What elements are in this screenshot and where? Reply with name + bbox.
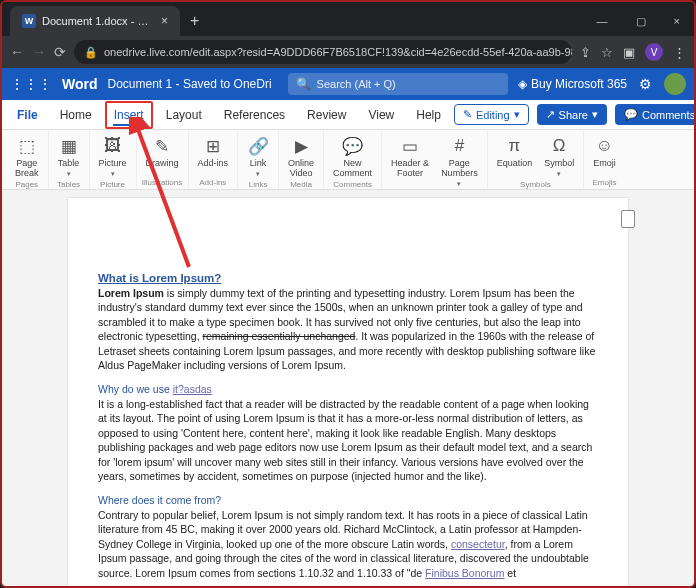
document-canvas[interactable]: What is Lorem Ipsum? Lorem Ipsum is simp… — [2, 190, 694, 586]
pagenum-icon: # — [455, 136, 464, 156]
picture-button[interactable]: 🖼Picture▾ — [94, 134, 132, 180]
link-icon: 🔗 — [248, 136, 269, 156]
share-arrow-icon: ↗ — [546, 108, 555, 121]
group-label: Tables — [57, 180, 80, 189]
comments-button[interactable]: 💬Comments — [615, 104, 696, 125]
group-label: Picture — [100, 180, 125, 189]
search-icon: 🔍 — [296, 77, 311, 91]
browser-tabs: W Document 1.docx - Microsoft W… × + — ▢… — [2, 2, 694, 36]
lock-icon: 🔒 — [84, 46, 98, 59]
extension-icon[interactable]: ▣ — [623, 45, 635, 60]
tab-view[interactable]: View — [359, 101, 403, 129]
tab-home[interactable]: Home — [51, 101, 101, 129]
maximize-button[interactable]: ▢ — [622, 7, 660, 36]
drawing-button[interactable]: ✎Drawing — [141, 134, 184, 170]
heading-2[interactable]: Why do we use it?asdas — [98, 383, 598, 395]
emoji-button[interactable]: ☺Emoji — [588, 134, 621, 170]
link-button[interactable]: 🔗Link▾ — [242, 134, 274, 180]
paragraph-1[interactable]: Lorem Ipsum is simply dummy text of the … — [98, 286, 598, 373]
drawing-icon: ✎ — [155, 136, 169, 156]
search-input[interactable] — [317, 78, 500, 90]
chevron-down-icon: ▾ — [592, 108, 598, 121]
new-comment-icon: 💬 — [342, 136, 363, 156]
share-icon[interactable]: ⇪ — [580, 45, 591, 60]
new-tab-button[interactable]: + — [180, 6, 209, 36]
tab-layout[interactable]: Layout — [157, 101, 211, 129]
symbol-button[interactable]: ΩSymbol▾ — [539, 134, 579, 180]
minimize-button[interactable]: — — [583, 7, 622, 36]
window-controls: — ▢ × — [583, 7, 694, 36]
headerfooter-icon: ▭ — [402, 136, 418, 156]
page-notch — [621, 210, 635, 228]
word-title-bar: ⋮⋮⋮ Word Document 1 - Saved to OneDri 🔍 … — [2, 68, 694, 100]
diamond-icon: ◈ — [518, 77, 527, 91]
header-footer-button[interactable]: ▭Header & Footer — [386, 134, 434, 190]
chevron-down-icon: ▾ — [514, 108, 520, 121]
paragraph-3[interactable]: Contrary to popular belief, Lorem Ipsum … — [98, 508, 598, 580]
forward-button[interactable]: → — [32, 44, 46, 60]
paragraph-2[interactable]: It is a long-established fact that a rea… — [98, 397, 598, 484]
addins-icon: ⊞ — [206, 136, 220, 156]
emoji-icon: ☺ — [596, 136, 613, 156]
back-button[interactable]: ← — [10, 44, 24, 60]
group-label: Add-ins — [199, 178, 226, 187]
heading-1[interactable]: What is Lorem Ipsum? — [98, 272, 598, 284]
profile-avatar[interactable]: V — [645, 43, 663, 61]
buy-microsoft-365[interactable]: ◈Buy Microsoft 365 — [518, 77, 627, 91]
tab-close-icon[interactable]: × — [161, 14, 168, 28]
addins-button[interactable]: ⊞Add-ins — [193, 134, 234, 170]
share-button[interactable]: ↗Share▾ — [537, 104, 607, 125]
app-launcher-icon[interactable]: ⋮⋮⋮ — [10, 76, 52, 92]
equation-button[interactable]: πEquation — [492, 134, 538, 180]
browser-toolbar: ← → ⟳ 🔒 onedrive.live.com/edit.aspx?resi… — [2, 36, 694, 68]
pagebreak-icon: ⬚ — [19, 136, 35, 156]
table-icon: ▦ — [61, 136, 77, 156]
group-label: Emojis — [592, 178, 616, 187]
ribbon-tabs: File Home Insert Layout References Revie… — [2, 100, 694, 130]
document-title[interactable]: Document 1 - Saved to OneDri — [108, 77, 272, 91]
tab-insert[interactable]: Insert — [105, 101, 153, 129]
settings-icon[interactable]: ⚙ — [639, 76, 652, 92]
close-button[interactable]: × — [660, 7, 694, 36]
video-icon: ▶ — [295, 136, 308, 156]
url-text: onedrive.live.com/edit.aspx?resid=A9DDD6… — [104, 46, 572, 58]
address-bar[interactable]: 🔒 onedrive.live.com/edit.aspx?resid=A9DD… — [74, 40, 572, 64]
page-break-button[interactable]: ⬚Page Break — [10, 134, 44, 180]
browser-tab[interactable]: W Document 1.docx - Microsoft W… × — [10, 6, 180, 36]
heading-3[interactable]: Where does it come from? — [98, 494, 598, 506]
tab-file[interactable]: File — [8, 101, 47, 129]
group-label: Symbols — [520, 180, 551, 189]
word-brand: Word — [62, 76, 98, 92]
picture-icon: 🖼 — [104, 136, 121, 156]
tab-help[interactable]: Help — [407, 101, 450, 129]
pencil-icon: ✎ — [463, 108, 472, 121]
search-box[interactable]: 🔍 — [288, 73, 508, 95]
group-label: Illustrations — [142, 178, 182, 187]
comment-icon: 💬 — [624, 108, 638, 121]
user-avatar[interactable] — [664, 73, 686, 95]
online-video-button[interactable]: ▶Online Video — [283, 134, 319, 180]
new-comment-button[interactable]: 💬New Comment — [328, 134, 377, 180]
menu-icon[interactable]: ⋮ — [673, 45, 686, 60]
ribbon: ⬚Page Break Pages ▦Table▾ Tables 🖼Pictur… — [2, 130, 694, 190]
star-icon[interactable]: ☆ — [601, 45, 613, 60]
tab-references[interactable]: References — [215, 101, 294, 129]
editing-mode-button[interactable]: ✎Editing▾ — [454, 104, 529, 125]
tab-title: Document 1.docx - Microsoft W… — [42, 15, 155, 27]
group-label: Media — [290, 180, 312, 189]
table-button[interactable]: ▦Table▾ — [53, 134, 85, 180]
tab-review[interactable]: Review — [298, 101, 355, 129]
group-label: Links — [249, 180, 268, 189]
reload-button[interactable]: ⟳ — [54, 44, 66, 60]
group-label: Comments — [333, 180, 372, 189]
page[interactable]: What is Lorem Ipsum? Lorem Ipsum is simp… — [68, 198, 628, 586]
word-favicon: W — [22, 14, 36, 28]
group-label: Pages — [15, 180, 38, 189]
equation-icon: π — [509, 136, 521, 156]
page-numbers-button[interactable]: #Page Numbers▾ — [436, 134, 483, 190]
symbol-icon: Ω — [553, 136, 566, 156]
